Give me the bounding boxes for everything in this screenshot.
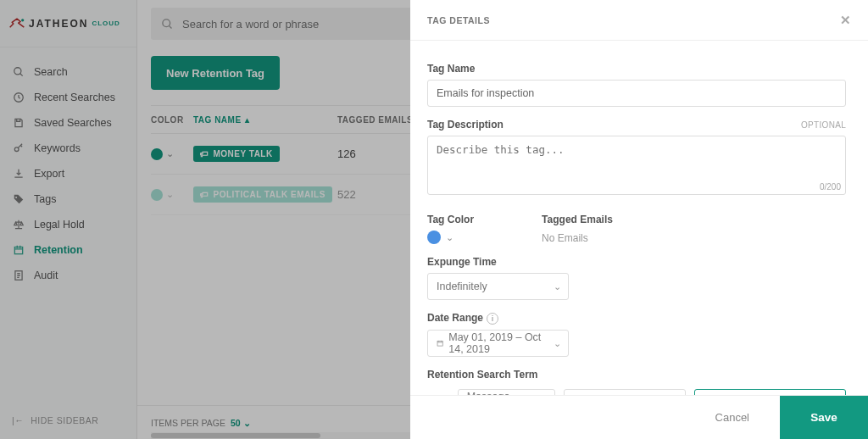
tag-color-picker[interactable]: ⌄ [427, 231, 474, 244]
char-counter: 0/200 [422, 182, 841, 192]
tag-name-label: Tag Name [427, 63, 846, 75]
optional-label: OPTIONAL [801, 120, 846, 130]
date-range-select[interactable]: May 01, 2019 – Oct 14, 2019⌄ [427, 330, 569, 357]
search-term-row: And Message (Subjec...⌄ Contains Any⌄ [427, 389, 846, 395]
svg-rect-9 [437, 342, 442, 347]
panel-header: TAG DETAILS ✕ [410, 0, 868, 41]
tag-name-input[interactable] [427, 80, 846, 107]
field-select[interactable]: Message (Subjec...⌄ [458, 389, 555, 395]
date-range-label: Date Rangei [427, 312, 846, 325]
chevron-down-icon: ⌄ [446, 232, 453, 243]
retention-search-term-label: Retention Search Term [427, 369, 846, 381]
panel-title: TAG DETAILS [427, 15, 490, 25]
close-button[interactable]: ✕ [840, 14, 852, 26]
color-dot-icon [427, 231, 441, 244]
chevron-down-icon: ⌄ [554, 281, 561, 292]
panel-body: Tag Name Tag Description OPTIONAL 0/200 … [410, 41, 868, 395]
term-value-input[interactable] [694, 389, 846, 395]
expunge-time-label: Expunge Time [427, 256, 846, 268]
calendar-icon [437, 338, 443, 348]
tag-color-label: Tag Color [427, 214, 474, 225]
expunge-time-select[interactable]: Indefinitely⌄ [427, 273, 569, 300]
tagged-emails-label: Tagged Emails [542, 214, 613, 225]
tagged-emails-value: No Emails [542, 232, 613, 244]
chevron-down-icon: ⌄ [554, 338, 561, 349]
panel-footer: Cancel Save [410, 395, 868, 439]
tag-details-panel: TAG DETAILS ✕ Tag Name Tag Description O… [410, 0, 868, 439]
help-icon[interactable]: i [487, 313, 498, 325]
cancel-button[interactable]: Cancel [705, 411, 760, 424]
tag-desc-label: Tag Description OPTIONAL [427, 119, 846, 131]
condition-select[interactable]: Contains Any⌄ [564, 389, 686, 395]
save-button[interactable]: Save [780, 396, 868, 440]
